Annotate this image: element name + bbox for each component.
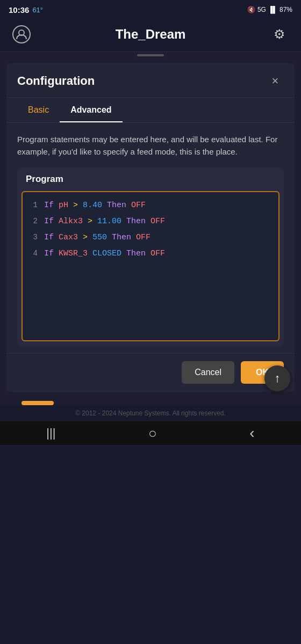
code-line-3: 3 If Cax3 > 550 Then OFF	[23, 230, 278, 246]
close-button[interactable]: ×	[267, 72, 284, 90]
drag-handle	[137, 54, 164, 56]
description-text: Program statements may be entered here, …	[17, 134, 284, 158]
status-time: 10:36	[9, 5, 29, 14]
program-section: Program 1 If pH > 8.40 Then OFF 2	[17, 167, 284, 346]
main-content: Configuration × Basic Advanced Program s…	[0, 57, 301, 405]
dialog-header: Configuration ×	[6, 63, 295, 98]
network-icon: 5G	[257, 6, 266, 13]
status-temp: 61°	[32, 6, 43, 14]
mute-icon: 🔇	[247, 6, 255, 13]
settings-button[interactable]: ⚙	[269, 24, 290, 45]
code-line-2: 2 If Alkx3 > 11.00 Then OFF	[23, 214, 278, 230]
gear-icon: ⚙	[274, 27, 285, 42]
tab-bar: Basic Advanced	[6, 98, 295, 123]
user-icon	[12, 25, 31, 43]
home-icon: ○	[148, 425, 157, 442]
user-profile-button[interactable]	[11, 24, 32, 45]
nav-bar: ||| ○ ‹	[0, 421, 301, 445]
code-line-1: 1 If pH > 8.40 Then OFF	[23, 197, 278, 214]
nav-back-button[interactable]: ‹	[239, 422, 265, 444]
footer: © 2012 - 2024 Neptune Systems. All right…	[0, 405, 301, 421]
code-line-4: 4 If KWSR_3 CLOSED Then OFF	[23, 246, 278, 262]
configuration-dialog: Configuration × Basic Advanced Program s…	[6, 63, 295, 392]
app-title: The_Dream	[116, 27, 186, 42]
bottom-strip	[22, 401, 54, 405]
status-icons: 🔇 5G ▐▌ 87%	[247, 6, 292, 13]
tab-advanced[interactable]: Advanced	[60, 98, 122, 122]
status-bar: 10:36 61° 🔇 5G ▐▌ 87%	[0, 0, 301, 19]
cancel-button[interactable]: Cancel	[182, 361, 234, 384]
dialog-title: Configuration	[17, 74, 95, 88]
battery-icon: 87%	[280, 6, 292, 13]
signal-bars-icon: ▐▌	[268, 6, 277, 13]
dialog-footer: Cancel OK	[6, 353, 295, 392]
app-header: The_Dream ⚙	[0, 19, 301, 52]
code-editor[interactable]: 1 If pH > 8.40 Then OFF 2 If Alkx3 > 11.…	[22, 191, 280, 341]
nav-home-button[interactable]: ○	[138, 423, 168, 444]
menu-icon: |||	[46, 426, 55, 440]
tab-basic[interactable]: Basic	[17, 98, 60, 122]
up-arrow-icon: ↑	[275, 371, 281, 385]
bottom-strip-container	[0, 398, 301, 405]
scroll-up-button[interactable]: ↑	[264, 365, 290, 391]
nav-menu-button[interactable]: |||	[35, 424, 66, 442]
dialog-body: Program statements may be entered here, …	[6, 123, 295, 353]
program-label: Program	[17, 167, 284, 191]
back-icon: ‹	[249, 425, 254, 442]
